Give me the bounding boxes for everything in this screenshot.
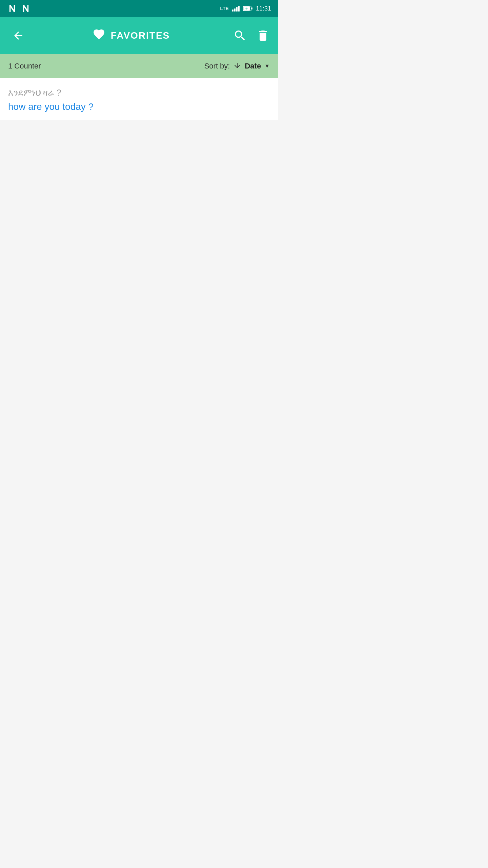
sort-controls[interactable]: Sort by: Date ▼ [204,61,270,71]
sort-bar: 1 Counter Sort by: Date ▼ [0,54,278,78]
app-logo-1 [7,3,18,14]
status-bar-left [7,3,31,14]
heart-icon [92,28,106,44]
app-bar-title: FAVORITES [92,28,170,44]
clock: 11:31 [256,5,271,12]
list-item[interactable]: እንደምነህ ዛሬ ? how are you today ? [0,78,278,120]
lte-indicator: LTE [220,6,229,11]
phrase-translation: how are you today ? [8,101,270,112]
search-button[interactable] [233,29,247,42]
sort-by-label: Sort by: [204,62,230,71]
signal-icon [232,5,240,12]
item-counter: 1 Counter [8,62,41,71]
sort-direction-icon [233,61,241,71]
page-title: FAVORITES [111,30,170,41]
svg-rect-2 [251,7,252,9]
empty-area [0,120,278,527]
app-bar-actions [233,29,270,42]
phrase-original: እንደምነህ ዛሬ ? [8,87,270,98]
app-bar: FAVORITES [0,17,278,54]
delete-button[interactable] [256,29,270,42]
app-logo-2 [20,3,31,14]
favorites-list: እንደምነህ ዛሬ ? how are you today ? [0,78,278,527]
sort-dropdown-icon[interactable]: ▼ [264,63,270,69]
battery-icon [243,5,252,12]
status-bar: LTE 11:31 [0,0,278,17]
back-button[interactable] [8,25,28,46]
status-bar-right: LTE 11:31 [220,5,271,12]
sort-field-label: Date [245,62,261,71]
